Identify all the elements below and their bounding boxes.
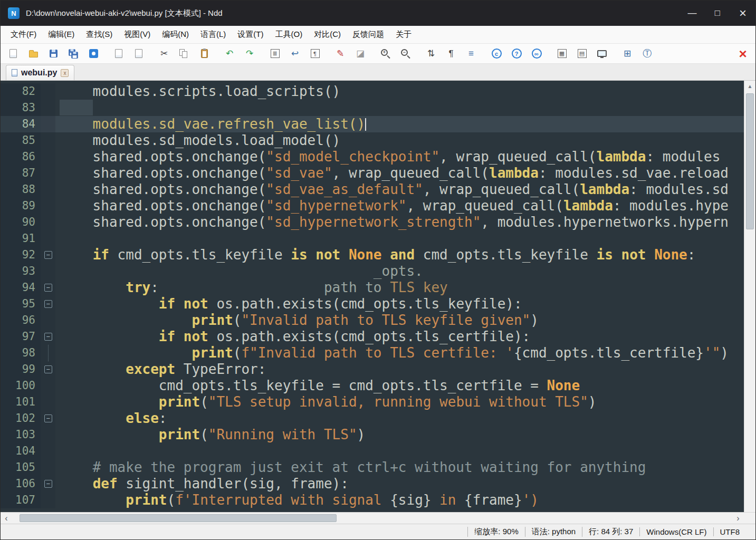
- indent-guide-icon[interactable]: ≡: [465, 47, 477, 60]
- token: [175, 296, 184, 312]
- fold-toggle-icon[interactable]: −: [44, 251, 52, 259]
- split-view-icon[interactable]: ▦: [556, 47, 568, 60]
- copyright-info-icon[interactable]: c: [490, 47, 503, 60]
- token: '": [704, 345, 720, 361]
- copy-icon[interactable]: [178, 47, 190, 60]
- fold-toggle-icon[interactable]: −: [44, 365, 52, 373]
- code-line-97[interactable]: 97− if not os.path.exists(cmd_opts.tls_c…: [1, 329, 744, 345]
- vertical-scroll-thumb[interactable]: [746, 93, 754, 229]
- print-icon[interactable]: [112, 47, 125, 60]
- scroll-up-icon[interactable]: ▲: [744, 81, 755, 91]
- code-line-85[interactable]: 85 modules.sd_models.load_model(): [1, 132, 744, 149]
- maximize-button[interactable]: □: [705, 1, 730, 26]
- token: is: [597, 247, 613, 263]
- redo-icon[interactable]: ↷: [243, 47, 256, 60]
- hex-view-icon[interactable]: ≣: [269, 47, 281, 60]
- code-line-104[interactable]: 104: [1, 443, 744, 459]
- status-encoding: UTF8: [713, 527, 747, 536]
- code-line-82[interactable]: 82 modules.scripts.load_scripts(): [1, 83, 744, 100]
- code-line-84[interactable]: 84 modules.sd_vae.refresh_vae_list(): [1, 116, 744, 132]
- open-file-icon[interactable]: [27, 47, 40, 60]
- menu-edit[interactable]: 编辑(E): [42, 27, 80, 42]
- code-line-90[interactable]: 90 shared.opts.onchange("sd_hypernetwork…: [1, 214, 744, 230]
- close-window-button[interactable]: ×: [730, 1, 755, 26]
- code-line-100[interactable]: 100 cmd_opts.tls_keyfile = cmd_opts.tls_…: [1, 378, 744, 394]
- menu-file[interactable]: 文件(F): [5, 27, 42, 42]
- monitor-view-icon[interactable]: [596, 47, 608, 60]
- tab-close-icon[interactable]: x: [61, 69, 69, 77]
- save-file-icon[interactable]: [47, 47, 60, 60]
- zoom-in-icon[interactable]: +: [379, 47, 392, 60]
- fold-toggle-icon[interactable]: −: [44, 333, 52, 341]
- reload-file-icon[interactable]: [132, 47, 145, 60]
- code-line-96[interactable]: 96 print("Invalid path to TLS keyfile gi…: [1, 312, 744, 329]
- menu-compare[interactable]: 对比(C): [308, 27, 347, 42]
- code-line-92[interactable]: 92− if cmd_opts.tls_keyfile is not None …: [1, 247, 744, 263]
- code-line-103[interactable]: 103 print("Running with TLS"): [1, 427, 744, 443]
- menu-settings[interactable]: 设置(T): [232, 27, 269, 42]
- code-line-99[interactable]: 99− except TypeError:: [1, 361, 744, 378]
- close-panel-icon[interactable]: ×: [736, 47, 749, 60]
- code-line-86[interactable]: 86 shared.opts.onchange("sd_model_checkp…: [1, 149, 744, 165]
- code-editor[interactable]: 82 modules.scripts.load_scripts()83 84 m…: [1, 81, 744, 512]
- editor-area: 82 modules.scripts.load_scripts()83 84 m…: [1, 81, 755, 512]
- code-line-98[interactable]: 98 print(f"Invalid path to TLS certfile:…: [1, 345, 744, 361]
- tab-webui-py[interactable]: webui.py x: [6, 65, 74, 80]
- menu-feedback[interactable]: 反馈问题: [347, 27, 390, 42]
- token: '): [522, 492, 539, 508]
- fold-column: [41, 345, 55, 361]
- horizontal-scrollbar[interactable]: ‹ ›: [1, 512, 755, 524]
- menu-view[interactable]: 视图(V): [118, 27, 156, 42]
- minimize-button[interactable]: —: [680, 1, 705, 26]
- horizontal-scroll-thumb[interactable]: [20, 514, 337, 522]
- fold-toggle-icon[interactable]: −: [44, 300, 52, 308]
- code-line-88[interactable]: 88 shared.opts.onchange("sd_vae_as_defau…: [1, 181, 744, 198]
- horizontal-scroll-track[interactable]: [12, 513, 732, 524]
- undo-icon[interactable]: ↶: [223, 47, 236, 60]
- line-number: 89: [1, 198, 41, 214]
- help-icon[interactable]: ?: [510, 47, 523, 60]
- menu-search[interactable]: 查找(S): [80, 27, 118, 42]
- fold-toggle-icon[interactable]: −: [44, 284, 52, 292]
- code-line-89[interactable]: 89 shared.opts.onchange("sd_hypernetwork…: [1, 198, 744, 214]
- scroll-left-icon[interactable]: ‹: [1, 513, 12, 524]
- code-line-87[interactable]: 87 shared.opts.onchange("sd_vae", wrap_q…: [1, 165, 744, 181]
- file-list-icon[interactable]: ▤: [576, 47, 588, 60]
- word-wrap-icon[interactable]: ↩: [289, 47, 301, 60]
- feedback-icon[interactable]: ∞: [530, 47, 543, 60]
- menu-tools[interactable]: 工具(O): [269, 27, 308, 42]
- sort-lines-icon[interactable]: ⇅: [425, 47, 437, 60]
- token: ): [720, 345, 729, 361]
- code-line-94[interactable]: 94− try: path to TLS key: [1, 279, 744, 296]
- fold-toggle-icon[interactable]: −: [44, 414, 52, 422]
- fold-toggle-icon[interactable]: −: [44, 480, 52, 488]
- paragraph-mark-icon[interactable]: ¶: [445, 47, 457, 60]
- zoom-out-icon[interactable]: −: [399, 47, 412, 60]
- vertical-scrollbar[interactable]: ▲: [744, 81, 755, 512]
- code-line-101[interactable]: 101 print("TLS setup invalid, running we…: [1, 394, 744, 410]
- cut-icon[interactable]: ✂: [158, 47, 170, 60]
- line-number: 96: [1, 312, 41, 329]
- menu-about[interactable]: 关于: [390, 27, 417, 42]
- code-line-105[interactable]: 105 # make the program just exit at ctrl…: [1, 459, 744, 476]
- code-text: shared.opts.onchange("sd_vae", wrap_queu…: [55, 165, 744, 181]
- menu-encoding[interactable]: 编码(N): [156, 27, 195, 42]
- paste-icon[interactable]: [198, 47, 210, 60]
- menu-language[interactable]: 语言(L): [195, 27, 232, 42]
- scroll-right-icon[interactable]: ›: [732, 513, 744, 524]
- new-file-icon[interactable]: [7, 47, 20, 60]
- eraser-icon[interactable]: ◪: [354, 47, 367, 60]
- show-symbols-icon[interactable]: ¶: [309, 47, 321, 60]
- text-mode-badge-icon[interactable]: [87, 47, 100, 60]
- code-line-95[interactable]: 95− if not os.path.exists(cmd_opts.tls_k…: [1, 296, 744, 312]
- code-line-93[interactable]: 93 _opts.: [1, 263, 744, 279]
- code-line-83[interactable]: 83: [1, 100, 744, 116]
- text-format-icon[interactable]: Ⓣ: [641, 47, 654, 60]
- plugin-icon[interactable]: ⊞: [621, 47, 634, 60]
- mark-pen-icon[interactable]: ✎: [334, 47, 347, 60]
- code-line-106[interactable]: 106− def sigint_handler(sig, frame):: [1, 476, 744, 492]
- code-line-102[interactable]: 102− else:: [1, 410, 744, 427]
- save-all-icon[interactable]: [67, 47, 80, 60]
- code-line-107[interactable]: 107 print(f'Interrupted with signal {sig…: [1, 492, 744, 508]
- code-line-91[interactable]: 91: [1, 230, 744, 247]
